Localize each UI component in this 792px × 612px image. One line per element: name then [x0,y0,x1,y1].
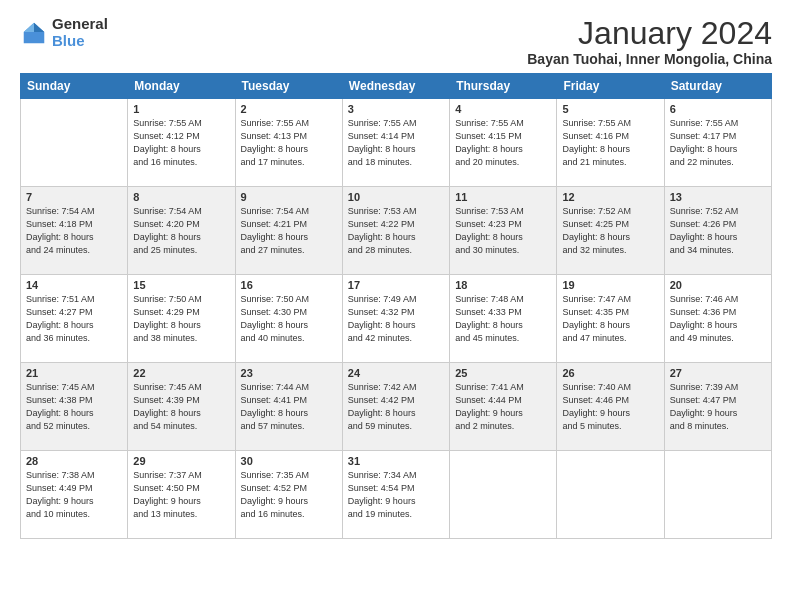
day-info: Sunrise: 7:55 AM Sunset: 4:12 PM Dayligh… [133,117,229,169]
day-info: Sunrise: 7:47 AM Sunset: 4:35 PM Dayligh… [562,293,658,345]
svg-marker-1 [34,22,44,31]
day-number: 10 [348,191,444,203]
day-number: 6 [670,103,766,115]
calendar-cell: 13Sunrise: 7:52 AM Sunset: 4:26 PM Dayli… [664,187,771,275]
calendar-cell [450,451,557,539]
calendar-cell: 11Sunrise: 7:53 AM Sunset: 4:23 PM Dayli… [450,187,557,275]
calendar-cell: 22Sunrise: 7:45 AM Sunset: 4:39 PM Dayli… [128,363,235,451]
day-info: Sunrise: 7:44 AM Sunset: 4:41 PM Dayligh… [241,381,337,433]
day-info: Sunrise: 7:51 AM Sunset: 4:27 PM Dayligh… [26,293,122,345]
calendar-cell: 31Sunrise: 7:34 AM Sunset: 4:54 PM Dayli… [342,451,449,539]
calendar-cell: 28Sunrise: 7:38 AM Sunset: 4:49 PM Dayli… [21,451,128,539]
day-number: 27 [670,367,766,379]
day-info: Sunrise: 7:55 AM Sunset: 4:15 PM Dayligh… [455,117,551,169]
calendar-cell: 7Sunrise: 7:54 AM Sunset: 4:18 PM Daylig… [21,187,128,275]
day-info: Sunrise: 7:50 AM Sunset: 4:29 PM Dayligh… [133,293,229,345]
day-number: 25 [455,367,551,379]
calendar-cell [664,451,771,539]
calendar-cell: 20Sunrise: 7:46 AM Sunset: 4:36 PM Dayli… [664,275,771,363]
calendar-header-row: Sunday Monday Tuesday Wednesday Thursday… [21,74,772,99]
calendar-cell: 18Sunrise: 7:48 AM Sunset: 4:33 PM Dayli… [450,275,557,363]
calendar-cell: 9Sunrise: 7:54 AM Sunset: 4:21 PM Daylig… [235,187,342,275]
calendar-cell: 30Sunrise: 7:35 AM Sunset: 4:52 PM Dayli… [235,451,342,539]
day-number: 24 [348,367,444,379]
calendar-cell: 14Sunrise: 7:51 AM Sunset: 4:27 PM Dayli… [21,275,128,363]
calendar-cell: 10Sunrise: 7:53 AM Sunset: 4:22 PM Dayli… [342,187,449,275]
calendar-table: Sunday Monday Tuesday Wednesday Thursday… [20,73,772,539]
day-info: Sunrise: 7:45 AM Sunset: 4:39 PM Dayligh… [133,381,229,433]
logo-blue: Blue [52,33,108,50]
day-info: Sunrise: 7:42 AM Sunset: 4:42 PM Dayligh… [348,381,444,433]
day-number: 31 [348,455,444,467]
calendar-week-3: 14Sunrise: 7:51 AM Sunset: 4:27 PM Dayli… [21,275,772,363]
day-number: 12 [562,191,658,203]
calendar-cell: 6Sunrise: 7:55 AM Sunset: 4:17 PM Daylig… [664,99,771,187]
calendar-cell: 12Sunrise: 7:52 AM Sunset: 4:25 PM Dayli… [557,187,664,275]
subtitle: Bayan Tuohai, Inner Mongolia, China [527,51,772,67]
day-info: Sunrise: 7:38 AM Sunset: 4:49 PM Dayligh… [26,469,122,521]
col-tuesday: Tuesday [235,74,342,99]
calendar-cell: 15Sunrise: 7:50 AM Sunset: 4:29 PM Dayli… [128,275,235,363]
day-number: 11 [455,191,551,203]
calendar-cell [557,451,664,539]
day-number: 20 [670,279,766,291]
day-number: 30 [241,455,337,467]
day-info: Sunrise: 7:41 AM Sunset: 4:44 PM Dayligh… [455,381,551,433]
day-number: 26 [562,367,658,379]
calendar-cell: 27Sunrise: 7:39 AM Sunset: 4:47 PM Dayli… [664,363,771,451]
header: General Blue January 2024 Bayan Tuohai, … [20,16,772,67]
day-number: 23 [241,367,337,379]
day-info: Sunrise: 7:55 AM Sunset: 4:13 PM Dayligh… [241,117,337,169]
col-saturday: Saturday [664,74,771,99]
calendar-week-5: 28Sunrise: 7:38 AM Sunset: 4:49 PM Dayli… [21,451,772,539]
title-block: January 2024 Bayan Tuohai, Inner Mongoli… [527,16,772,67]
day-number: 29 [133,455,229,467]
calendar-cell: 19Sunrise: 7:47 AM Sunset: 4:35 PM Dayli… [557,275,664,363]
day-number: 22 [133,367,229,379]
day-number: 14 [26,279,122,291]
svg-marker-2 [24,22,34,31]
day-info: Sunrise: 7:40 AM Sunset: 4:46 PM Dayligh… [562,381,658,433]
day-number: 13 [670,191,766,203]
day-info: Sunrise: 7:48 AM Sunset: 4:33 PM Dayligh… [455,293,551,345]
day-info: Sunrise: 7:35 AM Sunset: 4:52 PM Dayligh… [241,469,337,521]
day-info: Sunrise: 7:54 AM Sunset: 4:21 PM Dayligh… [241,205,337,257]
calendar-cell: 2Sunrise: 7:55 AM Sunset: 4:13 PM Daylig… [235,99,342,187]
calendar-week-4: 21Sunrise: 7:45 AM Sunset: 4:38 PM Dayli… [21,363,772,451]
calendar-cell [21,99,128,187]
day-info: Sunrise: 7:50 AM Sunset: 4:30 PM Dayligh… [241,293,337,345]
col-friday: Friday [557,74,664,99]
logo-general: General [52,16,108,33]
day-info: Sunrise: 7:54 AM Sunset: 4:18 PM Dayligh… [26,205,122,257]
day-info: Sunrise: 7:55 AM Sunset: 4:17 PM Dayligh… [670,117,766,169]
day-info: Sunrise: 7:37 AM Sunset: 4:50 PM Dayligh… [133,469,229,521]
day-info: Sunrise: 7:54 AM Sunset: 4:20 PM Dayligh… [133,205,229,257]
calendar-cell: 5Sunrise: 7:55 AM Sunset: 4:16 PM Daylig… [557,99,664,187]
day-info: Sunrise: 7:34 AM Sunset: 4:54 PM Dayligh… [348,469,444,521]
day-number: 2 [241,103,337,115]
day-info: Sunrise: 7:49 AM Sunset: 4:32 PM Dayligh… [348,293,444,345]
main-title: January 2024 [527,16,772,51]
calendar-cell: 1Sunrise: 7:55 AM Sunset: 4:12 PM Daylig… [128,99,235,187]
day-number: 17 [348,279,444,291]
calendar-cell: 29Sunrise: 7:37 AM Sunset: 4:50 PM Dayli… [128,451,235,539]
day-info: Sunrise: 7:52 AM Sunset: 4:26 PM Dayligh… [670,205,766,257]
day-number: 4 [455,103,551,115]
logo-text: General Blue [52,16,108,49]
day-number: 28 [26,455,122,467]
calendar-cell: 16Sunrise: 7:50 AM Sunset: 4:30 PM Dayli… [235,275,342,363]
day-info: Sunrise: 7:53 AM Sunset: 4:23 PM Dayligh… [455,205,551,257]
calendar-cell: 24Sunrise: 7:42 AM Sunset: 4:42 PM Dayli… [342,363,449,451]
day-number: 8 [133,191,229,203]
col-monday: Monday [128,74,235,99]
day-info: Sunrise: 7:53 AM Sunset: 4:22 PM Dayligh… [348,205,444,257]
col-thursday: Thursday [450,74,557,99]
calendar-cell: 26Sunrise: 7:40 AM Sunset: 4:46 PM Dayli… [557,363,664,451]
page: General Blue January 2024 Bayan Tuohai, … [0,0,792,549]
day-info: Sunrise: 7:55 AM Sunset: 4:14 PM Dayligh… [348,117,444,169]
calendar-cell: 25Sunrise: 7:41 AM Sunset: 4:44 PM Dayli… [450,363,557,451]
day-number: 21 [26,367,122,379]
day-number: 9 [241,191,337,203]
day-info: Sunrise: 7:39 AM Sunset: 4:47 PM Dayligh… [670,381,766,433]
day-info: Sunrise: 7:55 AM Sunset: 4:16 PM Dayligh… [562,117,658,169]
